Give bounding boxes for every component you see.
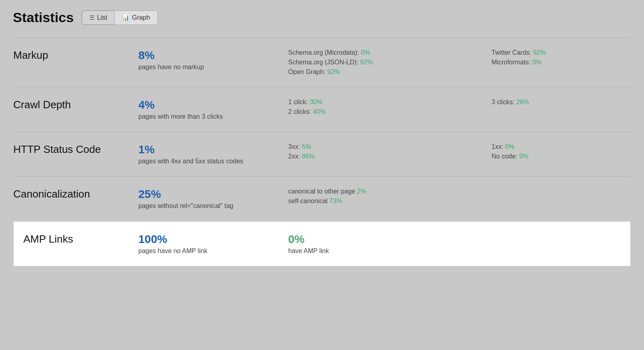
amp-percent: 0% xyxy=(288,233,485,246)
stat-extra-amp-links xyxy=(491,221,631,266)
stat-detail-value: 5% xyxy=(302,143,311,150)
stat-extra-crawl-depth: 3 clicks: 26% xyxy=(491,87,631,132)
stat-extra-value: 92% xyxy=(533,49,546,56)
stat-detail-row: 2 clicks: 40% xyxy=(288,108,485,115)
stat-percent: 25% xyxy=(138,188,282,201)
stat-detail-value: 2% xyxy=(357,188,366,195)
table-row-http-status: HTTP Status Code1%pages with 4xx and 5xx… xyxy=(13,132,631,177)
list-icon: ☰ xyxy=(89,14,95,21)
list-view-button[interactable]: ☰ List xyxy=(82,10,114,25)
stat-detail-row: canonical to other page 2% xyxy=(288,188,485,195)
stat-detail-row: self-canonical 73% xyxy=(288,198,485,205)
stat-description: pages with 4xx and 5xx status codes xyxy=(138,158,282,165)
stat-detail-value: 73% xyxy=(329,198,342,204)
view-toggle: ☰ List 📊 Graph xyxy=(82,10,157,25)
stat-label-http-status: HTTP Status Code xyxy=(13,132,138,177)
graph-icon: 📊 xyxy=(122,14,130,21)
stat-label-text: Canonicalization xyxy=(13,188,90,200)
stat-detail-value: 92% xyxy=(360,59,373,66)
stat-extra-value: 0% xyxy=(505,143,514,150)
stat-extra-row: Twitter Cards: 92% xyxy=(491,49,624,56)
stat-detail-value: 0% xyxy=(361,49,370,56)
statistics-table: Markup8%pages have no markupSchema.org (… xyxy=(13,37,631,267)
stat-extra-value: 26% xyxy=(516,99,529,105)
stat-detail-row: Schema.org (Microdata): 0% xyxy=(288,49,485,56)
stat-detail-value: 92% xyxy=(327,68,340,75)
stat-percent: 100% xyxy=(138,233,282,246)
table-row-canonicalization: Canonicalization25%pages without rel="ca… xyxy=(13,177,631,222)
stat-label-crawl-depth: Crawl Depth xyxy=(13,87,138,132)
stat-details-crawl-depth: 1 click: 30%2 clicks: 40% xyxy=(288,87,491,132)
stat-extra-http-status: 1xx: 0%No code: 9% xyxy=(491,132,631,177)
graph-view-button[interactable]: 📊 Graph xyxy=(114,10,157,25)
stat-extra-value: 9% xyxy=(519,153,528,160)
stat-description: pages without rel="canonical" tag xyxy=(138,202,282,210)
stat-label-canonicalization: Canonicalization xyxy=(13,177,138,222)
stat-main-markup: 8%pages have no markup xyxy=(138,38,288,87)
stat-extra-row: No code: 9% xyxy=(491,153,624,160)
stat-extra-row: 1xx: 0% xyxy=(491,143,624,150)
stat-detail-value: 40% xyxy=(313,108,326,115)
stat-label-text: AMP Links xyxy=(23,233,73,245)
stat-details-amp-links: 0%have AMP link xyxy=(288,221,491,266)
stat-main-http-status: 1%pages with 4xx and 5xx status codes xyxy=(138,132,288,177)
stat-details-http-status: 3xx: 5%2xx: 86% xyxy=(288,132,491,177)
stat-description: pages have no AMP link xyxy=(138,247,282,255)
stat-detail-value: 86% xyxy=(302,153,315,160)
table-row-crawl-depth: Crawl Depth4%pages with more than 3 clic… xyxy=(13,87,631,132)
stat-detail-row: Schema.org (JSON-LD): 92% xyxy=(288,59,485,66)
stat-label-amp-links: AMP Links xyxy=(13,221,138,266)
table-row-amp-links: AMP Links100%pages have no AMP link0%hav… xyxy=(13,221,631,266)
stat-extra-markup: Twitter Cards: 92%Microformats: 0% xyxy=(491,38,631,87)
stat-percent: 4% xyxy=(138,99,282,111)
stat-detail-value: 30% xyxy=(310,99,322,105)
stat-detail-row: 2xx: 86% xyxy=(288,153,485,160)
amp-description: have AMP link xyxy=(288,247,485,255)
stat-main-canonicalization: 25%pages without rel="canonical" tag xyxy=(138,177,288,222)
stat-details-markup: Schema.org (Microdata): 0%Schema.org (JS… xyxy=(288,38,491,87)
graph-label: Graph xyxy=(132,14,150,21)
stat-label-text: HTTP Status Code xyxy=(13,143,101,155)
stat-details-canonicalization: canonical to other page 2%self-canonical… xyxy=(288,177,491,222)
stat-label-markup: Markup xyxy=(13,38,138,87)
stat-detail-row: Open Graph: 92% xyxy=(288,68,485,76)
stat-label-text: Crawl Depth xyxy=(13,99,71,111)
stat-extra-canonicalization xyxy=(491,177,631,222)
stat-extra-value: 0% xyxy=(533,59,542,66)
stat-percent: 8% xyxy=(138,49,282,62)
stat-description: pages with more than 3 clicks xyxy=(138,113,282,120)
stat-label-text: Markup xyxy=(13,49,48,61)
list-label: List xyxy=(97,14,107,21)
stat-extra-row: Microformats: 0% xyxy=(491,59,624,66)
stat-detail-row: 3xx: 5% xyxy=(288,143,485,150)
table-row-markup: Markup8%pages have no markupSchema.org (… xyxy=(13,38,631,87)
stat-percent: 1% xyxy=(138,143,282,156)
stat-main-amp-links: 100%pages have no AMP link xyxy=(138,221,288,266)
stat-detail-row: 1 click: 30% xyxy=(288,99,485,106)
stat-extra-row: 3 clicks: 26% xyxy=(491,99,624,106)
page-title: Statistics xyxy=(13,10,74,25)
stat-description: pages have no markup xyxy=(138,64,282,71)
stat-main-crawl-depth: 4%pages with more than 3 clicks xyxy=(138,87,288,132)
